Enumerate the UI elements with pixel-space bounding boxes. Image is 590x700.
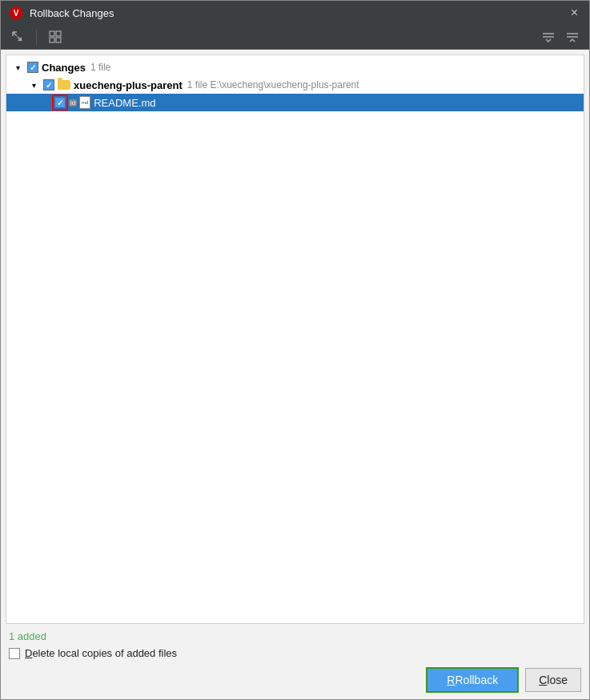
svg-rect-6 — [56, 38, 61, 42]
repo-item[interactable]: ▾ xuecheng-plus-parent 1 file E:\xuechen… — [6, 76, 584, 94]
repo-checkbox[interactable] — [43, 79, 54, 91]
rollback-button[interactable]: RRollback — [426, 667, 519, 693]
grid-icon — [48, 30, 62, 44]
changes-root[interactable]: ▾ Changes 1 file — [6, 58, 584, 76]
root-checkbox[interactable] — [27, 62, 38, 73]
delete-row: Delete local copies of added files — [9, 647, 581, 659]
title-bar: V Rollback Changes × — [1, 1, 589, 25]
root-meta: 1 file — [90, 62, 110, 73]
close-button[interactable]: Close — [525, 668, 581, 692]
grid-button[interactable] — [45, 28, 66, 46]
folder-icon — [58, 80, 70, 90]
dialog-icon: V — [9, 6, 23, 20]
button-row: RRollback Close — [9, 667, 581, 693]
repo-toggle[interactable]: ▾ — [27, 78, 40, 91]
rollback-dialog: V Rollback Changes × — [0, 0, 590, 700]
collapse-all-button[interactable] — [538, 28, 559, 46]
svg-rect-3 — [50, 31, 54, 36]
dialog-title: Rollback Changes — [30, 7, 568, 19]
footer: 1 added Delete local copies of added fil… — [1, 624, 589, 699]
repo-meta: 1 file E:\xuecheng\xuecheng-plus-parent — [187, 79, 359, 91]
expand-all-icon — [565, 30, 580, 44]
collapse-all-icon — [541, 30, 556, 44]
file-checkbox[interactable] — [54, 97, 66, 108]
status-text: 1 added — [9, 630, 581, 642]
separator — [36, 29, 37, 45]
file-label: README.md — [94, 97, 155, 109]
file-icon — [79, 96, 90, 109]
root-label: Changes — [42, 62, 86, 74]
move-button[interactable] — [7, 28, 28, 46]
delete-local-label: Delete local copies of added files — [25, 647, 177, 659]
svg-text:V: V — [14, 9, 19, 18]
id-tag: id — [69, 99, 77, 107]
toolbar — [1, 25, 589, 50]
file-item[interactable]: id README.md — [6, 94, 584, 111]
toolbar-right — [538, 28, 583, 46]
root-toggle[interactable]: ▾ — [11, 61, 24, 74]
svg-rect-4 — [56, 31, 61, 36]
repo-label: xuecheng-plus-parent — [74, 79, 183, 91]
close-icon[interactable]: × — [568, 6, 581, 20]
file-tree: ▾ Changes 1 file ▾ xuecheng-plus-parent … — [6, 54, 584, 624]
expand-all-button[interactable] — [562, 28, 583, 46]
svg-rect-5 — [50, 38, 54, 42]
delete-local-checkbox[interactable] — [9, 648, 20, 659]
move-icon — [10, 30, 25, 44]
